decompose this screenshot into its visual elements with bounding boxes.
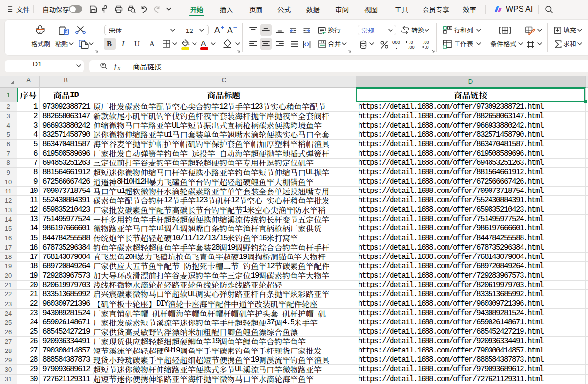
svg-text:A: A	[201, 39, 206, 47]
svg-text:A: A	[227, 25, 233, 35]
svg-text:.00: .00	[423, 40, 429, 45]
svg-text:f: f	[114, 63, 117, 70]
svg-text:x: x	[117, 65, 120, 70]
svg-text:,: ,	[396, 44, 397, 49]
svg-text:A: A	[214, 25, 220, 35]
svg-text:.0: .0	[425, 45, 429, 50]
svg-text:.0: .0	[409, 40, 413, 45]
svg-text:.00: .00	[408, 45, 415, 50]
